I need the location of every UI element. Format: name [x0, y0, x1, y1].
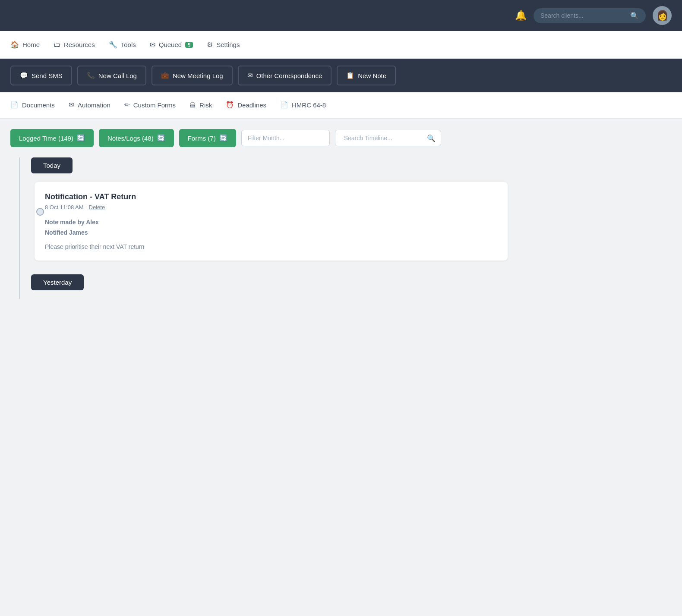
call-icon: 📞 [87, 72, 95, 79]
today-label: Today [31, 157, 73, 173]
home-icon: 🏠 [10, 41, 19, 49]
card-meta: 8 Oct 11:08 AM Delete [45, 204, 497, 211]
resources-icon: 🗂 [54, 41, 60, 49]
filter-row: Logged Time (149) 🔄 Notes/Logs (48) 🔄 Fo… [10, 129, 508, 147]
bell-icon[interactable]: 🔔 [515, 10, 527, 21]
note-icon: 📋 [346, 72, 354, 79]
tab-custom-forms[interactable]: ✏ Custom Forms [124, 92, 176, 118]
risk-icon: 🏛 [189, 101, 196, 109]
automation-icon: ✉ [69, 101, 74, 109]
avatar-icon: 👩 [657, 10, 668, 21]
notes-logs-refresh-icon: 🔄 [157, 134, 165, 142]
forms-button[interactable]: Forms (7) 🔄 [179, 129, 236, 147]
nav-label-tools: Tools [121, 41, 136, 48]
tools-icon: 🔧 [109, 41, 117, 49]
tab-custom-forms-label: Custom Forms [133, 101, 176, 109]
tab-hmrc-64-8[interactable]: 📄 HMRC 64-8 [280, 92, 326, 118]
tab-automation[interactable]: ✉ Automation [69, 92, 111, 118]
card-time: 8 Oct 11:08 AM [45, 204, 84, 211]
nav-item-resources[interactable]: 🗂 Resources [54, 41, 95, 49]
card-body-text: Please prioritise their next VAT return [45, 243, 497, 250]
settings-icon: ⚙ [207, 41, 213, 49]
yesterday-label: Yesterday [31, 274, 84, 290]
tab-risk[interactable]: 🏛 Risk [189, 93, 212, 118]
nav-item-settings[interactable]: ⚙ Settings [207, 41, 240, 49]
new-call-log-label: New Call Log [98, 72, 137, 79]
forms-label: Forms (7) [188, 135, 216, 142]
new-meeting-log-button[interactable]: 💼 New Meeting Log [152, 66, 233, 85]
timeline-section: Logged Time (149) 🔄 Notes/Logs (48) 🔄 Fo… [0, 119, 518, 309]
logged-time-refresh-icon: 🔄 [77, 134, 85, 142]
timeline-line [19, 157, 20, 299]
notes-logs-label: Notes/Logs (48) [107, 135, 154, 142]
documents-icon: 📄 [10, 101, 19, 109]
search-timeline-input[interactable] [341, 130, 427, 146]
timeline-item: Notification - VAT Return 8 Oct 11:08 AM… [31, 182, 508, 261]
nav-label-queued: Queued [159, 41, 182, 48]
send-sms-button[interactable]: 💬 Send SMS [10, 66, 72, 85]
timeline-dot [36, 208, 44, 216]
card-delete-button[interactable]: Delete [89, 204, 105, 211]
search-timeline-wrap: 🔍 [335, 130, 441, 146]
queued-icon: ✉ [150, 41, 155, 49]
notes-logs-button[interactable]: Notes/Logs (48) 🔄 [99, 129, 174, 147]
tab-risk-label: Risk [199, 101, 212, 109]
tab-deadlines[interactable]: ⏰ Deadlines [226, 92, 266, 118]
filter-month-input[interactable] [241, 130, 330, 146]
nav-item-tools[interactable]: 🔧 Tools [109, 41, 136, 49]
secondary-nav: 🏠 Home 🗂 Resources 🔧 Tools ✉ Queued 5 ⚙ … [0, 31, 682, 59]
timeline-card: Notification - VAT Return 8 Oct 11:08 AM… [35, 182, 508, 261]
search-timeline-icon: 🔍 [427, 134, 436, 142]
tab-hmrc-label: HMRC 64-8 [292, 101, 326, 109]
card-title: Notification - VAT Return [45, 192, 497, 201]
new-note-button[interactable]: 📋 New Note [337, 66, 396, 85]
card-body: Note made by Alex Notified James Please … [45, 217, 497, 250]
tab-documents-label: Documents [22, 101, 55, 109]
tab-automation-label: Automation [78, 101, 111, 109]
nav-label-resources: Resources [64, 41, 95, 48]
nav-label-settings: Settings [216, 41, 240, 48]
card-note-by: Note made by Alex [45, 217, 497, 228]
correspondence-icon: ✉ [247, 72, 253, 79]
timeline-today-section: Today Notification - VAT Return 8 Oct 11… [31, 157, 508, 261]
search-bar: 🔍 [534, 8, 646, 23]
meeting-icon: 💼 [161, 72, 169, 79]
other-correspondence-button[interactable]: ✉ Other Correspondence [238, 66, 332, 85]
deadlines-icon: ⏰ [226, 101, 234, 109]
tab-deadlines-label: Deadlines [237, 101, 266, 109]
send-sms-label: Send SMS [32, 72, 63, 79]
avatar[interactable]: 👩 [653, 6, 672, 25]
logged-time-label: Logged Time (149) [19, 135, 73, 142]
custom-forms-icon: ✏ [124, 101, 130, 109]
new-call-log-button[interactable]: 📞 New Call Log [77, 66, 146, 85]
nav-item-home[interactable]: 🏠 Home [10, 41, 40, 49]
nav-label-home: Home [22, 41, 40, 48]
top-nav: 🔔 🔍 👩 [0, 0, 682, 31]
search-clients-input[interactable] [540, 12, 627, 19]
tab-documents[interactable]: 📄 Documents [10, 92, 55, 118]
logged-time-button[interactable]: Logged Time (149) 🔄 [10, 129, 94, 147]
tabs-bar: 📄 Documents ✉ Automation ✏ Custom Forms … [0, 92, 682, 119]
card-notified: Notified James [45, 228, 497, 238]
action-buttons-row: 💬 Send SMS 📞 New Call Log 💼 New Meeting … [0, 59, 682, 92]
nav-item-queued[interactable]: ✉ Queued 5 [150, 41, 193, 49]
new-meeting-log-label: New Meeting Log [173, 72, 223, 79]
forms-refresh-icon: 🔄 [219, 134, 227, 142]
new-note-label: New Note [358, 72, 386, 79]
timeline: Today Notification - VAT Return 8 Oct 11… [10, 157, 508, 299]
other-correspondence-label: Other Correspondence [256, 72, 322, 79]
send-sms-icon: 💬 [20, 72, 28, 79]
queued-badge: 5 [185, 42, 193, 48]
timeline-yesterday-section: Yesterday [31, 274, 508, 299]
search-icon: 🔍 [630, 12, 639, 20]
hmrc-icon: 📄 [280, 101, 288, 109]
